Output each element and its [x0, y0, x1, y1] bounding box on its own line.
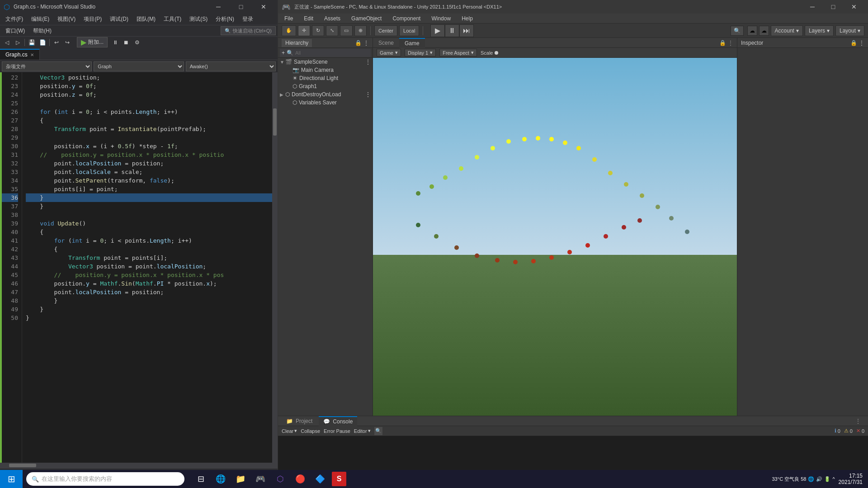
- unity-pause-button[interactable]: ⏸: [445, 24, 459, 37]
- tab-project[interactable]: 📁 Project: [282, 416, 317, 426]
- unity-minimize-button[interactable]: ─: [802, 0, 823, 14]
- tray-chevron-icon[interactable]: ^: [832, 476, 835, 482]
- taskbar-sogou-icon[interactable]: S: [332, 472, 346, 486]
- unity-rect-tool[interactable]: ▭: [340, 25, 353, 36]
- vs-menu-login[interactable]: 登录: [239, 14, 257, 24]
- vs-toolbar-icon3[interactable]: ⚙: [132, 38, 142, 47]
- taskbar-clock[interactable]: 17:15 2021/7/31: [839, 473, 863, 485]
- aspect-dropdown[interactable]: Free Aspect ▾: [439, 49, 477, 56]
- vs-menu-tools[interactable]: 工具(T): [160, 14, 185, 24]
- unity-local-toggle[interactable]: Local: [399, 25, 419, 36]
- taskbar-rider-icon[interactable]: 🔴: [291, 470, 309, 488]
- vs-save-all-button[interactable]: 📄: [38, 38, 47, 47]
- editor-dropdown[interactable]: Editor ▾: [354, 428, 371, 434]
- unity-layers-button[interactable]: Layers ▾: [805, 25, 834, 36]
- unity-rotate-tool[interactable]: ↻: [312, 25, 324, 36]
- vs-menu-analyze[interactable]: 分析(N): [212, 14, 238, 24]
- hierarchy-item-maincamera[interactable]: 📷 Main Camera: [278, 66, 373, 74]
- taskbar-extra-icon[interactable]: 🔷: [311, 470, 329, 488]
- hierarchy-add-icon[interactable]: +: [282, 50, 285, 56]
- volume-icon[interactable]: 🔊: [816, 476, 822, 482]
- unity-center-toggle[interactable]: Center: [374, 25, 397, 36]
- inspector-menu-icon[interactable]: ⋮: [859, 40, 864, 46]
- game-panel-lock-icon[interactable]: 🔒: [719, 40, 726, 46]
- unity-restore-button[interactable]: □: [823, 0, 844, 14]
- hierarchy-context-icon[interactable]: ⋮: [365, 59, 371, 65]
- vs-toolbar-icon1[interactable]: ⏸: [110, 38, 120, 47]
- error-pause-button[interactable]: Error Pause: [324, 428, 350, 434]
- hierarchy-item-graph[interactable]: ⬡ Graph1: [278, 82, 373, 90]
- unity-menu-help[interactable]: Help: [459, 14, 476, 23]
- unity-menu-window[interactable]: Window: [429, 14, 453, 23]
- vs-menu-project[interactable]: 项目(P): [80, 14, 105, 24]
- vs-menu-view[interactable]: 视图(V): [54, 14, 79, 24]
- vs-undo-button[interactable]: ↩: [52, 38, 61, 47]
- vs-menu-team[interactable]: 团队(M): [133, 14, 159, 24]
- vs-back-button[interactable]: ◁: [2, 38, 12, 47]
- unity-play-button[interactable]: ▶: [430, 24, 445, 37]
- vs-toolbar-icon2[interactable]: ⏹: [121, 38, 131, 47]
- vs-redo-button[interactable]: ↪: [62, 38, 72, 47]
- vs-type-selector[interactable]: 杂项文件: [2, 61, 92, 71]
- vs-tab-close[interactable]: ✕: [30, 52, 34, 57]
- vs-hscrollbar[interactable]: [0, 463, 278, 468]
- game-panel-menu-icon[interactable]: ⋮: [728, 40, 733, 46]
- inspector-lock-icon[interactable]: 🔒: [850, 40, 857, 46]
- inspector-tab[interactable]: Inspector: [741, 40, 763, 46]
- unity-account-button[interactable]: Account ▾: [771, 25, 803, 36]
- clear-button[interactable]: Clear ▾: [282, 428, 297, 434]
- vs-method-selector[interactable]: Awake(): [186, 61, 276, 71]
- vs-menu-help[interactable]: 帮助(H): [29, 26, 55, 36]
- vs-restore-button[interactable]: □: [231, 0, 251, 14]
- vs-class-selector[interactable]: Graph: [94, 61, 184, 71]
- taskbar-taskview-icon[interactable]: ⊟: [192, 470, 210, 488]
- unity-close-button[interactable]: ✕: [844, 0, 864, 14]
- taskbar-edge-icon[interactable]: 🌐: [212, 470, 230, 488]
- unity-transform-tool[interactable]: ⊕: [354, 25, 367, 36]
- unity-hand-tool[interactable]: ✋: [282, 25, 296, 36]
- hierarchy-item-variablessaver[interactable]: ⬡ Variables Saver: [278, 99, 373, 107]
- hierarchy-item-directionallight[interactable]: ☀ Directional Light: [278, 74, 373, 82]
- taskbar-vs-icon[interactable]: ⬡: [271, 470, 289, 488]
- hierarchy-item-samplescene[interactable]: ▼ 🎬 SampleScene ⋮: [278, 58, 373, 66]
- vs-save-button[interactable]: 💾: [27, 38, 37, 47]
- vs-scrollbar[interactable]: [272, 72, 278, 463]
- display-dropdown[interactable]: Display 1 ▾: [405, 49, 436, 56]
- taskbar-explorer-icon[interactable]: 📁: [231, 470, 250, 488]
- vs-minimize-button[interactable]: ─: [208, 0, 229, 14]
- scene-tab[interactable]: Scene: [373, 38, 399, 48]
- taskbar-search[interactable]: 🔍 在这里输入你要搜索的内容: [26, 472, 184, 486]
- network-icon[interactable]: 🌐: [808, 476, 814, 482]
- vs-menu-file[interactable]: 文件(F): [2, 14, 27, 24]
- battery-icon[interactable]: 🔋: [824, 476, 830, 482]
- vs-menu-debug[interactable]: 调试(D): [106, 14, 132, 24]
- tab-console[interactable]: 💬 Console: [319, 416, 357, 426]
- dontdestroy-context-icon[interactable]: ⋮: [365, 91, 371, 98]
- game-label-dropdown[interactable]: Game ▾: [377, 49, 401, 56]
- unity-layout-button[interactable]: Layout ▾: [835, 25, 864, 36]
- vs-forward-button[interactable]: ▷: [13, 38, 23, 47]
- vs-close-button[interactable]: ✕: [253, 0, 274, 14]
- unity-collab-icon[interactable]: ☁: [747, 26, 757, 36]
- hierarchy-menu-icon[interactable]: ⋮: [363, 40, 369, 46]
- vs-run-label[interactable]: 附加...: [88, 38, 104, 46]
- taskbar-unity-icon[interactable]: 🎮: [251, 470, 269, 488]
- start-button[interactable]: ⊞: [0, 470, 23, 488]
- bottom-panel-menu-icon[interactable]: ⋮: [852, 418, 864, 424]
- hierarchy-item-dontdestroy[interactable]: ▶ ⬡ DontDestroyOnLoad ⋮: [278, 90, 373, 99]
- vs-menu-window[interactable]: 窗口(W): [2, 26, 28, 36]
- hierarchy-tab[interactable]: Hierarchy: [282, 39, 312, 47]
- unity-menu-gameobject[interactable]: GameObject: [349, 14, 384, 23]
- hierarchy-lock-icon[interactable]: 🔒: [355, 40, 362, 46]
- game-tab[interactable]: Game: [399, 38, 425, 48]
- unity-menu-component[interactable]: Component: [390, 14, 423, 23]
- unity-move-tool[interactable]: ✛: [298, 25, 310, 36]
- unity-step-button[interactable]: ⏭: [459, 24, 474, 37]
- unity-scale-tool[interactable]: ⤡: [326, 25, 338, 36]
- unity-cloud-icon[interactable]: ☁: [759, 26, 769, 36]
- vs-menu-test[interactable]: 测试(S): [186, 14, 211, 24]
- vs-tab-graph[interactable]: Graph.cs ✕: [0, 49, 40, 60]
- unity-menu-file[interactable]: File: [282, 14, 296, 23]
- unity-menu-assets[interactable]: Assets: [321, 14, 343, 23]
- vs-menu-edit[interactable]: 编辑(E): [28, 14, 53, 24]
